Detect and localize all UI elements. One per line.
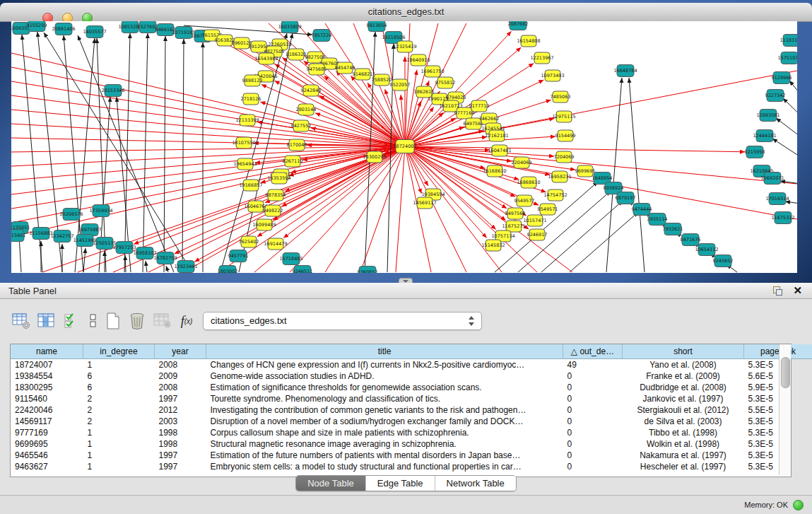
- table-toolbar: f(x) citations_edges.txt: [0, 308, 812, 337]
- table-cell: 5.9E-5: [744, 382, 812, 393]
- table-panel: Table Panel ✕ f(x) citations_edges.txt: [0, 283, 812, 495]
- table-panel-title: Table Panel: [8, 286, 57, 296]
- node-table: namein_degreeyeartitle△ out_de…shortpage…: [10, 344, 792, 477]
- table-row[interactable]: 2242004622012Investigating the contribut…: [11, 404, 812, 416]
- table-cell: Genome-wide association studies in ADHD.: [206, 370, 563, 382]
- column-header[interactable]: short: [623, 344, 744, 359]
- new-table-icon[interactable]: [103, 311, 123, 331]
- table-cell: 9777169: [11, 427, 83, 438]
- svg-text:20153346: 20153346: [101, 88, 124, 93]
- svg-text:16868610: 16868610: [517, 180, 540, 185]
- scrollbar-thumb[interactable]: [781, 357, 790, 388]
- column-selector-icon[interactable]: [37, 311, 57, 331]
- table-selector-combo[interactable]: citations_edges.txt: [203, 312, 482, 330]
- table-row[interactable]: 1938455462009Genome-wide association stu…: [11, 370, 812, 382]
- svg-text:11675271: 11675271: [502, 223, 525, 229]
- node-table-grid[interactable]: namein_degreeyeartitle△ out_de…shortpage…: [11, 344, 812, 472]
- float-panel-icon[interactable]: [773, 286, 782, 296]
- svg-text:18107550: 18107550: [232, 140, 255, 146]
- svg-text:20206576: 20206576: [59, 211, 83, 217]
- svg-text:12342757: 12342757: [50, 233, 73, 239]
- column-header[interactable]: pagerank: [744, 344, 812, 359]
- table-cell: Nakamura et al. (1997): [623, 450, 744, 461]
- svg-text:14035577: 14035577: [83, 29, 106, 35]
- table-scrollbar[interactable]: [779, 344, 791, 475]
- table-cell: 0: [563, 370, 623, 382]
- svg-text:9146821: 9146821: [353, 71, 373, 77]
- svg-text:7932621: 7932621: [663, 226, 683, 232]
- svg-text:1803002: 1803002: [218, 269, 238, 273]
- table-cell: Structural magnetic resonance image aver…: [206, 438, 563, 450]
- svg-text:12162181: 12162181: [485, 133, 508, 139]
- column-header[interactable]: name: [11, 344, 83, 359]
- table-cell: 0: [563, 461, 623, 472]
- table-cell: Tibbo et al. (1998): [623, 427, 744, 438]
- table-row[interactable]: 1872400712008Changes of HCN gene express…: [11, 359, 812, 371]
- column-header[interactable]: title: [206, 344, 563, 359]
- svg-text:16168610: 16168610: [483, 168, 506, 174]
- window-title: citations_edges.txt: [0, 6, 812, 17]
- table-cell: 5.3E-5: [744, 461, 812, 472]
- table-row[interactable]: 946362711997Embryonic stem cells: a mode…: [11, 461, 812, 472]
- svg-text:9699695: 9699695: [575, 168, 596, 174]
- table-options-icon[interactable]: [11, 311, 31, 331]
- table-row[interactable]: 969969511998Structural magnetic resonanc…: [11, 438, 812, 450]
- svg-text:9242848: 9242848: [301, 88, 322, 93]
- svg-text:8522057: 8522057: [390, 82, 411, 88]
- table-cell: Tourette syndrome. Phenomenology and cla…: [206, 393, 563, 404]
- tab-node-table[interactable]: Node Table: [296, 476, 366, 491]
- table-cell: 2009: [155, 370, 206, 382]
- svg-text:9457791: 9457791: [228, 253, 249, 259]
- table-row[interactable]: 946554611997Estimation of the future num…: [11, 450, 812, 461]
- svg-text:9898123: 9898123: [242, 78, 263, 83]
- column-header[interactable]: year: [155, 344, 206, 359]
- svg-text:9755812: 9755812: [435, 80, 456, 86]
- table-cell: de Silva et al. (2003): [623, 416, 744, 427]
- svg-text:1862615: 1862615: [414, 89, 435, 95]
- network-graph-canvas[interactable]: 1609355691552592089140614035577106532871…: [11, 21, 797, 273]
- svg-text:11156883: 11156883: [29, 230, 52, 236]
- table-cell: 1: [83, 438, 155, 450]
- import-table-icon: [153, 311, 172, 331]
- svg-text:8497568: 8497568: [505, 211, 526, 216]
- tab-network-table[interactable]: Network Table: [435, 476, 516, 491]
- svg-text:12923441: 12923441: [174, 264, 197, 269]
- table-cell: 1: [83, 461, 155, 472]
- table-cell: 5.3E-5: [744, 427, 812, 438]
- table-cell: 5.3E-5: [744, 359, 812, 371]
- function-builder-icon[interactable]: f(x): [177, 311, 196, 331]
- table-row[interactable]: 1456911722003Disruption of a novel membe…: [11, 416, 812, 427]
- table-cell: Embryonic stem cells: a model to study s…: [206, 461, 563, 472]
- table-cell: 2008: [155, 359, 206, 371]
- window-titlebar[interactable]: citations_edges.txt: [0, 3, 812, 22]
- table-cell: 0: [563, 393, 623, 404]
- svg-text:8215958: 8215958: [745, 149, 765, 155]
- memory-ok-indicator-icon[interactable]: [793, 500, 804, 510]
- table-cell: 5.3E-5: [744, 416, 812, 427]
- svg-text:3915901: 3915901: [11, 233, 25, 238]
- table-row[interactable]: 911546021997Tourette syndrome. Phenomeno…: [11, 393, 812, 404]
- column-header[interactable]: △ out_de…: [563, 344, 623, 359]
- column-header[interactable]: in_degree: [83, 344, 155, 359]
- table-row[interactable]: 1830029562008Estimation of significance …: [11, 382, 812, 393]
- network-view-backdrop: citations_edges.txt 16093556915525920891…: [0, 0, 812, 283]
- svg-text:12325419: 12325419: [393, 44, 416, 49]
- svg-text:2803144: 2803144: [296, 107, 317, 112]
- table-cell: 9465546: [11, 450, 83, 461]
- select-columns-icon[interactable]: [62, 311, 82, 331]
- svg-text:15718485: 15718485: [279, 256, 302, 262]
- delete-table-icon[interactable]: [127, 311, 147, 331]
- tab-edge-table[interactable]: Edge Table: [366, 476, 435, 491]
- svg-text:16154808: 16154808: [517, 38, 540, 44]
- svg-text:17957253: 17957253: [112, 245, 136, 250]
- table-cell: 0: [563, 416, 623, 427]
- table-cell: 2003: [155, 416, 206, 427]
- close-panel-icon[interactable]: ✕: [793, 284, 802, 297]
- svg-text:16975887: 16975887: [78, 227, 101, 233]
- table-selector-value: citations_edges.txt: [211, 315, 287, 326]
- table-row[interactable]: 977716911998Corpus callosum shape and si…: [11, 427, 812, 438]
- table-cell: 49: [563, 359, 623, 371]
- table-cell: 1997: [155, 461, 206, 472]
- table-cell: 1: [83, 450, 155, 461]
- row-height-icon[interactable]: [83, 311, 103, 331]
